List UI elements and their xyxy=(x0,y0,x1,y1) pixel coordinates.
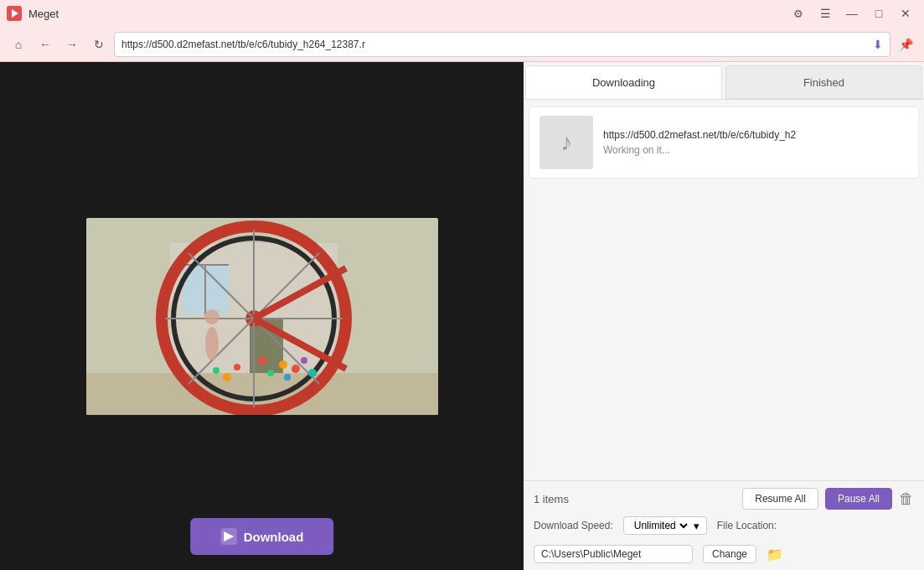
svg-point-33 xyxy=(213,367,219,374)
bookmark-button[interactable]: 📌 xyxy=(894,33,917,56)
app-logo xyxy=(7,6,22,21)
download-list: ♪ https://d500.d2mefast.net/tb/e/c6/tubi… xyxy=(524,100,924,480)
resume-all-button[interactable]: Resume All xyxy=(742,488,818,510)
minimize-button[interactable]: — xyxy=(840,5,864,22)
bottom-bar-row2: Download Speed: Unlimited 1 MB/s 500 KB/… xyxy=(534,516,914,563)
svg-point-24 xyxy=(258,356,266,365)
window-controls: ☰ — □ ✕ xyxy=(813,5,917,22)
download-status: Working on it... xyxy=(603,144,908,156)
close-button[interactable]: ✕ xyxy=(894,5,917,22)
back-button[interactable]: ← xyxy=(34,33,57,56)
address-input[interactable] xyxy=(121,39,870,50)
menu-button[interactable]: ☰ xyxy=(813,5,837,22)
music-icon: ♪ xyxy=(560,129,572,156)
speed-dropdown-icon: ▾ xyxy=(694,520,699,532)
svg-point-31 xyxy=(234,364,240,370)
app-title: Meget xyxy=(28,8,783,20)
video-preview xyxy=(86,218,438,415)
svg-point-29 xyxy=(301,357,307,364)
settings-icon[interactable]: ⚙ xyxy=(790,5,807,22)
downloads-panel: Downloading Finished ♪ https://d500.d2me… xyxy=(524,62,924,570)
download-item: ♪ https://d500.d2mefast.net/tb/e/c6/tubi… xyxy=(529,106,919,179)
tab-bar: Downloading Finished xyxy=(524,62,924,100)
bottom-bar-row1: 1 items Resume All Pause All 🗑 xyxy=(534,488,914,510)
browser-panel: Download xyxy=(0,62,524,570)
folder-button[interactable]: 📁 xyxy=(767,547,783,562)
bottom-actions: Resume All Pause All 🗑 xyxy=(742,488,914,510)
file-location-label: File Location: xyxy=(717,520,777,531)
download-button-wrap: Download xyxy=(190,518,334,555)
forward-button[interactable]: → xyxy=(60,33,84,56)
items-count: 1 items xyxy=(534,493,569,505)
download-url: https://d500.d2mefast.net/tb/e/c6/tubidy… xyxy=(603,129,908,141)
download-button-label: Download xyxy=(244,530,304,544)
svg-point-25 xyxy=(267,370,274,376)
tab-downloading[interactable]: Downloading xyxy=(525,65,722,99)
download-button[interactable]: Download xyxy=(190,518,334,555)
download-btn-logo xyxy=(220,528,237,545)
svg-point-23 xyxy=(204,309,219,324)
home-button[interactable]: ⌂ xyxy=(7,33,30,56)
svg-point-26 xyxy=(279,360,287,369)
download-address-icon[interactable]: ⬇ xyxy=(873,38,883,51)
svg-point-32 xyxy=(223,373,231,381)
maximize-button[interactable]: □ xyxy=(867,5,890,22)
title-bar: Meget ⚙ ☰ — □ ✕ xyxy=(0,0,924,27)
tab-finished[interactable]: Finished xyxy=(725,65,922,99)
download-thumbnail: ♪ xyxy=(539,116,593,169)
speed-select[interactable]: Unlimited 1 MB/s 500 KB/s 100 KB/s xyxy=(631,519,690,532)
svg-point-22 xyxy=(205,327,219,360)
address-bar-container: ⬇ xyxy=(114,32,890,57)
pause-all-button[interactable]: Pause All xyxy=(825,488,892,510)
nav-bar: ⌂ ← → ↻ ⬇ 📌 xyxy=(0,27,924,62)
download-speed-label: Download Speed: xyxy=(534,520,613,531)
delete-button[interactable]: 🗑 xyxy=(899,490,914,508)
svg-point-30 xyxy=(308,369,317,377)
svg-point-28 xyxy=(292,365,300,373)
bottom-bar: 1 items Resume All Pause All 🗑 Download … xyxy=(524,480,924,570)
change-button[interactable]: Change xyxy=(703,545,756,563)
speed-select-wrap[interactable]: Unlimited 1 MB/s 500 KB/s 100 KB/s ▾ xyxy=(623,516,707,535)
download-info: https://d500.d2mefast.net/tb/e/c6/tubidy… xyxy=(603,129,908,156)
file-location-input[interactable] xyxy=(534,545,693,563)
main-area: Download Downloading Finished ♪ https://… xyxy=(0,62,924,570)
refresh-button[interactable]: ↻ xyxy=(87,33,111,56)
svg-point-27 xyxy=(284,374,291,381)
